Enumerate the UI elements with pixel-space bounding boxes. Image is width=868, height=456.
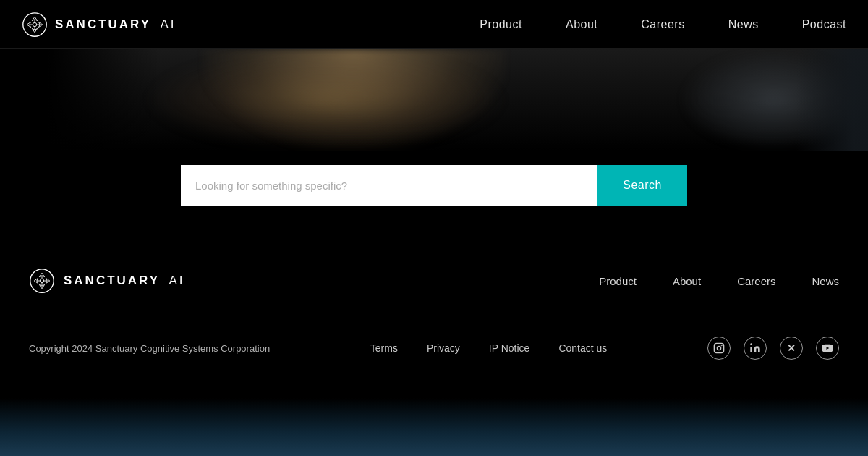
bottom-gradient [0,398,868,456]
youtube-icon[interactable] [816,337,839,360]
search-container: Search [181,165,687,206]
header-logo[interactable]: SANCTUARY AI [22,12,176,38]
hero-blur-center [203,49,506,151]
footer-nav: SANCTUARY AI Product About Careers News [0,246,868,316]
nav-product[interactable]: Product [480,18,522,31]
contact-link[interactable]: Contact us [558,342,607,354]
x-twitter-icon[interactable]: ✕ [780,337,803,360]
hero-overlay-left [0,49,159,151]
ip-notice-link[interactable]: IP Notice [489,342,530,354]
footer-bottom: Copyright 2024 Sanctuary Cognitive Syste… [0,337,868,360]
nav-careers[interactable]: Careers [641,18,684,31]
svg-rect-12 [714,343,723,352]
instagram-icon[interactable] [707,337,731,360]
footer-nav-product[interactable]: Product [599,275,637,287]
svg-point-15 [750,343,752,345]
footer-logo-icon [29,268,55,294]
terms-link[interactable]: Terms [370,342,398,354]
hero-image-area [0,49,868,151]
header-nav: Product About Careers News Podcast [480,18,846,31]
nav-podcast[interactable]: Podcast [802,18,846,31]
search-section: Search [0,151,868,220]
copyright-text: Copyright 2024 Sanctuary Cognitive Syste… [29,343,270,354]
footer-links: Terms Privacy IP Notice Contact us [370,342,608,354]
footer-nav-news[interactable]: News [812,275,839,287]
hero-overlay-right [796,49,868,151]
privacy-link[interactable]: Privacy [427,342,460,354]
svg-point-13 [717,346,720,350]
nav-about[interactable]: About [566,18,597,31]
main-header: SANCTUARY AI Product About Careers News … [0,0,868,49]
search-input[interactable] [181,165,597,206]
footer-nav-careers[interactable]: Careers [737,275,775,287]
header-logo-text: SANCTUARY AI [55,17,176,32]
hero-inner [0,49,868,151]
svg-point-7 [40,279,43,282]
linkedin-icon[interactable] [744,337,767,360]
footer-top: SANCTUARY AI Product About Careers News [29,268,839,316]
footer-social: ✕ [707,337,839,360]
svg-point-1 [33,22,36,26]
footer-nav-links: Product About Careers News [599,275,839,287]
nav-news[interactable]: News [728,18,759,31]
search-button[interactable]: Search [597,165,687,206]
footer-divider [29,326,839,326]
footer-logo[interactable]: SANCTUARY AI [29,268,185,294]
footer-logo-text: SANCTUARY AI [64,274,185,288]
svg-point-14 [721,345,722,346]
footer-nav-about[interactable]: About [673,275,701,287]
logo-icon [22,12,48,38]
